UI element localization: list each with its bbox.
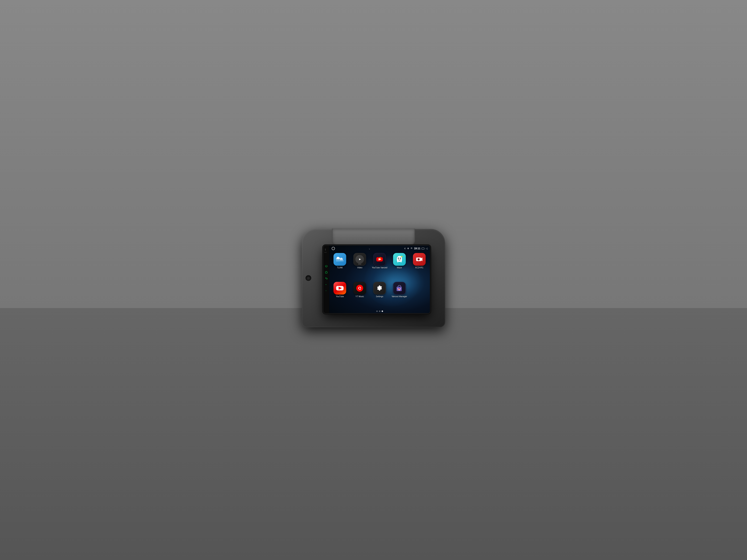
svg-point-22 xyxy=(418,259,419,260)
app-video[interactable]: Video xyxy=(351,252,369,279)
svg-point-6 xyxy=(338,259,339,260)
svg-point-10 xyxy=(341,260,342,260)
svg-point-9 xyxy=(340,260,341,260)
nav-back-icon[interactable]: ◁ xyxy=(426,247,428,250)
notification-chevron[interactable]: ⌄ xyxy=(368,247,370,250)
app-grid: TLINK xyxy=(331,252,429,308)
app-tlink[interactable]: TLINK xyxy=(331,252,349,279)
location-icon xyxy=(407,247,409,250)
app-youtube-vanced-label: YouTube Vanced xyxy=(372,266,387,269)
svg-point-29 xyxy=(359,288,360,289)
page-dot-3[interactable] xyxy=(382,311,383,312)
mic-label: MIC xyxy=(325,249,326,251)
app-youtube-vanced[interactable]: YouTube Vanced xyxy=(370,252,389,279)
page-indicator xyxy=(329,311,430,312)
power-button[interactable] xyxy=(325,264,328,268)
rst-label: RST xyxy=(325,252,327,253)
svg-point-18 xyxy=(400,258,401,258)
head-unit: MIC RST xyxy=(324,246,430,313)
app-youtube[interactable]: YouTube xyxy=(331,281,349,308)
status-time: 19:11 xyxy=(414,247,420,250)
back-button[interactable] xyxy=(325,277,328,280)
svg-marker-11 xyxy=(359,259,361,260)
app-yt-music-label: YT Music xyxy=(356,295,364,298)
app-xcdvr1[interactable]: XCDVR1 xyxy=(410,252,429,279)
side-controls: MIC RST xyxy=(324,246,329,313)
status-bar: ⌄ xyxy=(329,246,430,251)
app-video-label: Video xyxy=(357,266,362,269)
recent-apps-icon[interactable] xyxy=(421,248,424,249)
page-dot-1[interactable] xyxy=(376,311,378,312)
svg-point-17 xyxy=(398,258,399,258)
app-waze[interactable]: Waze xyxy=(390,252,409,279)
app-settings[interactable]: Settings xyxy=(370,281,389,308)
nav-home-circle[interactable] xyxy=(332,247,335,250)
svg-rect-8 xyxy=(340,258,342,259)
app-xcdvr1-label: XCDVR1 xyxy=(415,266,423,269)
android-screen: ⌄ xyxy=(329,246,430,313)
page-dot-2[interactable] xyxy=(379,311,380,312)
svg-text:+: + xyxy=(326,284,327,286)
svg-rect-2 xyxy=(336,260,344,261)
wifi-icon xyxy=(410,247,413,249)
svg-rect-23 xyxy=(416,258,417,258)
app-settings-label: Settings xyxy=(376,295,383,298)
full-scene: MIC RST xyxy=(0,0,747,560)
background-floor xyxy=(0,308,747,560)
app-waze-label: Waze xyxy=(397,266,402,269)
volume-up-button[interactable]: + xyxy=(325,283,328,286)
app-yt-music[interactable]: YT Music xyxy=(351,281,369,308)
app-vanced-manager[interactable]: Vanced Manager xyxy=(390,281,409,308)
app-vanced-manager-label: Vanced Manager xyxy=(392,295,407,298)
svg-text:−: − xyxy=(326,290,327,292)
app-youtube-label: YouTube xyxy=(336,295,344,298)
home-button[interactable] xyxy=(325,271,328,274)
app-tlink-label: TLINK xyxy=(337,266,343,269)
svg-rect-4 xyxy=(337,257,339,258)
bluetooth-icon xyxy=(404,247,406,250)
volume-down-button[interactable]: − xyxy=(325,289,328,292)
